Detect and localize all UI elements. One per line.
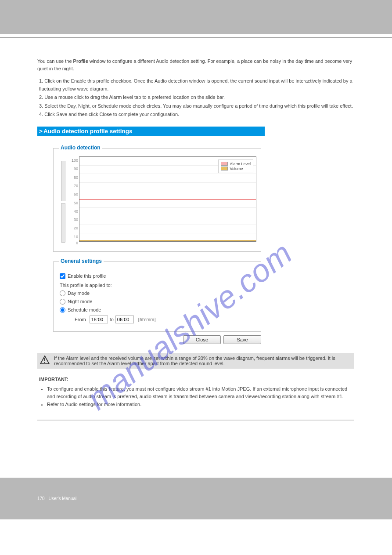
footer-bar: 170 - User's Manual [0, 478, 392, 519]
enable-profile-row: Enable this profile [60, 273, 255, 279]
note-box: If the Alarm level and the received volu… [37, 353, 354, 369]
important-item: Refer to Audio settings for more informa… [47, 401, 355, 409]
ytick: 10 [69, 233, 79, 241]
svg-rect-1 [44, 358, 45, 361]
swatch-volume-icon [221, 167, 228, 170]
caret-icon: > [39, 128, 43, 134]
alarm-level-line [79, 199, 256, 200]
schedule-mode-row: Schedule mode [60, 307, 255, 313]
ytick: 40 [69, 207, 79, 216]
ytick: 30 [69, 216, 79, 224]
step-4: 4. Click Save and then click Close to co… [39, 111, 355, 119]
important-label: IMPORTANT: [39, 377, 68, 382]
audio-detection-fieldset: Audio detection 100 90 80 70 60 50 40 30… [53, 148, 261, 252]
step-2: 2. Use a mouse click to drag the Alarm l… [39, 94, 355, 102]
ytick: 20 [69, 224, 79, 232]
ytick: 60 [69, 190, 79, 199]
schedule-mode-radio[interactable] [60, 307, 65, 313]
step-1: 1. Click on the Enable this profile chec… [39, 77, 355, 93]
legend-volume-label: Volume [230, 167, 243, 171]
enable-profile-checkbox[interactable] [60, 273, 65, 279]
enable-profile-label: Enable this profile [68, 273, 106, 279]
legend-volume: Volume [221, 167, 251, 171]
ytick: 50 [69, 199, 79, 207]
ytick: 100 [69, 156, 79, 165]
close-button[interactable]: Close [183, 335, 221, 344]
alarm-sliders-col [58, 156, 68, 245]
schedule-time-inputs: From to [hh:mm] [75, 316, 255, 323]
intro-paragraph: You can use the Profile window to config… [37, 58, 355, 72]
night-mode-row: Night mode [60, 299, 255, 305]
header-divider [0, 37, 392, 38]
intro-strong: Profile [73, 58, 88, 64]
chart-area: 100 90 80 70 60 50 40 30 20 10 0 [58, 156, 256, 245]
to-label: to [110, 317, 114, 322]
general-legend: General settings [59, 258, 104, 264]
applied-to-text: This profile is applied to: [60, 283, 255, 288]
night-mode-label: Night mode [68, 299, 92, 304]
ytick: 0 [69, 241, 79, 245]
save-button[interactable]: Save [223, 335, 261, 344]
step-3: 3. Select the Day, Night, or Schedule mo… [39, 102, 355, 110]
panel-title: Audio detection profile settings [43, 128, 133, 134]
button-row: Close Save [37, 335, 261, 344]
schedule-mode-label: Schedule mode [68, 307, 101, 312]
day-mode-label: Day mode [68, 290, 90, 296]
ytick: 90 [69, 165, 79, 173]
y-axis: 100 90 80 70 60 50 40 30 20 10 0 [69, 156, 79, 245]
panel-header: >Audio detection profile settings [37, 127, 265, 136]
legend-alarm-label: Alarm Level [230, 162, 251, 166]
time-to-input[interactable] [115, 316, 134, 323]
legend-alarm: Alarm Level [221, 162, 251, 166]
intro-steps: 1. Click on the Enable this profile chec… [37, 77, 355, 119]
volume-slider[interactable] [61, 203, 65, 243]
day-mode-row: Day mode [60, 290, 255, 296]
swatch-alarm-icon [221, 162, 228, 166]
footer-divider [37, 420, 354, 421]
top-header-bar [0, 0, 392, 34]
important-item: To configure and enable this feature, yo… [47, 385, 355, 401]
time-from-input[interactable] [90, 316, 108, 323]
intro-lead: You can use the [37, 58, 73, 64]
time-hint: [hh:mm] [138, 317, 156, 322]
alarm-level-slider[interactable] [61, 161, 65, 201]
ytick: 70 [69, 182, 79, 190]
ytick: 80 [69, 174, 79, 182]
page-content: manualshive.com You can use the Profile … [0, 58, 392, 421]
settings-panel: >Audio detection profile settings Audio … [37, 127, 355, 344]
audio-legend: Audio detection [59, 145, 102, 151]
chart-legend: Alarm Level Volume [218, 160, 253, 173]
footer-left: 170 - User's Manual [37, 496, 76, 501]
volume-line [79, 240, 256, 241]
night-mode-radio[interactable] [60, 299, 65, 305]
svg-rect-2 [44, 362, 45, 363]
from-label: From [75, 317, 86, 322]
general-settings-fieldset: General settings Enable this profile Thi… [53, 261, 261, 332]
chart-plot: Alarm Level Volume [79, 156, 256, 242]
warning-icon [40, 355, 50, 364]
note-text: If the Alarm level and the received volu… [54, 355, 351, 366]
day-mode-radio[interactable] [60, 290, 65, 296]
important-block: IMPORTANT: To configure and enable this … [37, 376, 355, 408]
